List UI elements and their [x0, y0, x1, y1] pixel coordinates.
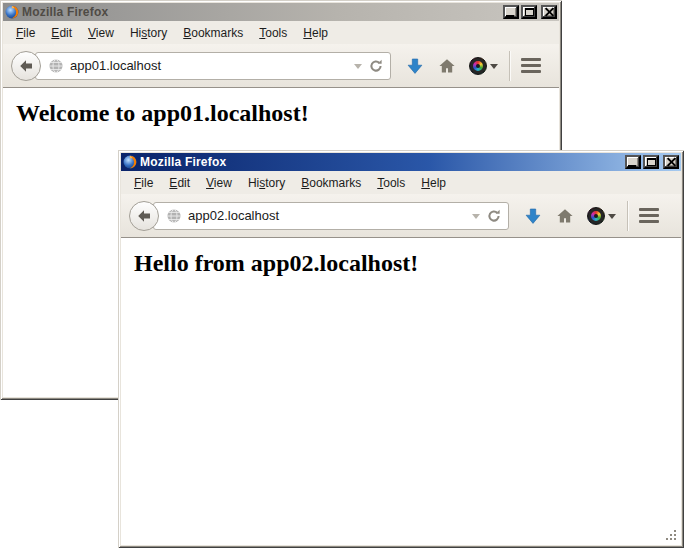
back-icon	[18, 58, 34, 74]
download-button[interactable]	[523, 206, 543, 226]
minimize-icon	[506, 15, 514, 17]
minimize-button[interactable]	[625, 155, 641, 169]
titlebar[interactable]: Mozilla Firefox	[121, 153, 681, 171]
menu-file[interactable]: File	[8, 23, 43, 43]
home-icon	[555, 206, 575, 226]
home-icon	[437, 56, 457, 76]
maximize-button[interactable]	[521, 5, 537, 19]
menu-button[interactable]	[639, 206, 659, 225]
home-button[interactable]	[555, 206, 575, 226]
globe-icon	[166, 208, 182, 224]
menu-view[interactable]: View	[80, 23, 122, 43]
globe-icon	[48, 58, 64, 74]
chevron-down-icon	[490, 64, 498, 73]
download-button[interactable]	[405, 56, 425, 76]
close-icon	[545, 8, 554, 17]
menu-bar: File Edit View History Bookmarks Tools H…	[3, 21, 559, 44]
window-controls	[625, 155, 679, 169]
url-text: app02.localhost	[188, 208, 466, 223]
url-bar[interactable]: app02.localhost	[153, 202, 509, 230]
chevron-down-icon	[608, 214, 616, 223]
addon-button[interactable]	[587, 207, 616, 225]
window-controls	[503, 5, 557, 19]
menu-file[interactable]: File	[126, 173, 161, 193]
menu-history[interactable]: History	[240, 173, 293, 193]
menu-bookmarks[interactable]: Bookmarks	[293, 173, 369, 193]
menu-button[interactable]	[521, 56, 541, 75]
download-icon	[405, 56, 425, 76]
download-icon	[523, 206, 543, 226]
navigation-toolbar: app02.localhost	[121, 194, 681, 238]
page-content: Hello from app02.localhost!	[121, 238, 681, 545]
navigation-toolbar: app01.localhost	[3, 44, 559, 88]
close-button[interactable]	[541, 5, 557, 19]
menu-hamburger-icon	[639, 208, 659, 211]
addon-colorwheel-icon	[469, 57, 487, 75]
menu-hamburger-icon	[521, 58, 541, 61]
menu-history[interactable]: History	[122, 23, 175, 43]
window-title: Mozilla Firefox	[140, 155, 226, 169]
menu-help[interactable]: Help	[413, 173, 454, 193]
addon-button[interactable]	[469, 57, 498, 75]
menu-tools[interactable]: Tools	[251, 23, 295, 43]
menu-bookmarks[interactable]: Bookmarks	[175, 23, 251, 43]
back-icon	[136, 208, 152, 224]
back-button[interactable]	[11, 51, 41, 81]
page-heading: Welcome to app01.localhost!	[16, 100, 559, 127]
menu-tools[interactable]: Tools	[369, 173, 413, 193]
menu-edit[interactable]: Edit	[161, 173, 198, 193]
resize-grip-icon[interactable]	[665, 529, 678, 542]
home-button[interactable]	[437, 56, 457, 76]
browser-window-app02: Mozilla Firefox File Edit View History B…	[118, 150, 684, 548]
firefox-logo-icon	[123, 155, 137, 169]
window-title: Mozilla Firefox	[22, 5, 108, 19]
minimize-button[interactable]	[503, 5, 519, 19]
menu-view[interactable]: View	[198, 173, 240, 193]
urlbar-dropdown-icon[interactable]	[472, 214, 480, 223]
url-text: app01.localhost	[70, 58, 348, 73]
titlebar[interactable]: Mozilla Firefox	[3, 3, 559, 21]
menu-edit[interactable]: Edit	[43, 23, 80, 43]
reload-icon[interactable]	[368, 58, 384, 74]
urlbar-dropdown-icon[interactable]	[354, 64, 362, 73]
toolbar-separator	[509, 51, 510, 81]
menu-help[interactable]: Help	[295, 23, 336, 43]
maximize-icon	[647, 158, 656, 166]
maximize-button[interactable]	[643, 155, 659, 169]
menu-bar: File Edit View History Bookmarks Tools H…	[121, 171, 681, 194]
page-heading: Hello from app02.localhost!	[134, 250, 681, 277]
maximize-icon	[525, 8, 534, 16]
close-icon	[667, 158, 676, 167]
reload-icon[interactable]	[486, 208, 502, 224]
addon-colorwheel-icon	[587, 207, 605, 225]
toolbar-separator	[627, 201, 628, 231]
close-button[interactable]	[663, 155, 679, 169]
back-button[interactable]	[129, 201, 159, 231]
url-bar[interactable]: app01.localhost	[35, 52, 391, 80]
firefox-logo-icon	[5, 5, 19, 19]
minimize-icon	[628, 165, 636, 167]
